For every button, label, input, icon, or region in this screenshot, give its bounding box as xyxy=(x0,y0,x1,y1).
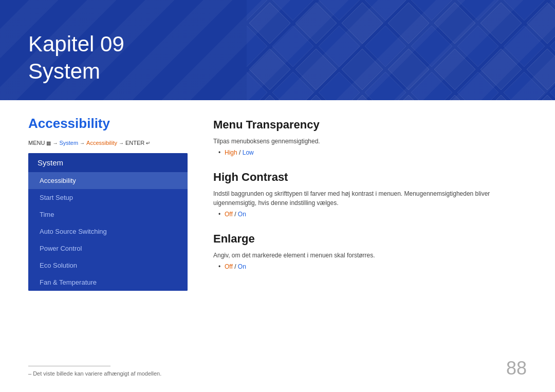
diamond-pattern xyxy=(247,0,555,100)
nav-item-accessibility[interactable]: Accessibility xyxy=(28,172,188,189)
off-option1: Off xyxy=(225,211,233,218)
menu-icon: ▦ xyxy=(46,140,51,146)
footer: – Det viste billede kan variere afhængig… xyxy=(28,366,527,377)
high-contrast-title: High Contrast xyxy=(213,171,527,184)
on-option1: On xyxy=(238,211,246,218)
nav-menu: System Accessibility Start Setup Time Au… xyxy=(28,153,188,291)
high-contrast-description: Indstil baggrunden og skrifttypen til fa… xyxy=(213,189,527,208)
menu-transparency-title: Menu Transparency xyxy=(213,118,527,132)
nav-item-power-control[interactable]: Power Control xyxy=(28,240,188,257)
breadcrumb-system: System xyxy=(59,140,78,146)
breadcrumb-arrow2: → xyxy=(80,140,85,146)
menu-transparency-option: High / Low xyxy=(225,149,254,156)
svg-rect-5 xyxy=(247,0,555,100)
high-option: High xyxy=(225,149,237,156)
high-contrast-option: Off / On xyxy=(225,211,246,218)
section-menu-transparency: Menu Transparency Tilpas menuboksens gen… xyxy=(213,118,527,156)
enter-icon: ↵ xyxy=(146,140,150,146)
slash3: / xyxy=(234,263,238,270)
header-title: Kapitel 09 System xyxy=(28,31,124,85)
on-option2: On xyxy=(238,263,246,270)
main-content: Accessibility MENU ▦ → System → Accessib… xyxy=(0,100,555,306)
breadcrumb: MENU ▦ → System → Accessibility → ENTER … xyxy=(28,140,188,146)
low-option: Low xyxy=(243,149,254,156)
section-title: Accessibility xyxy=(28,116,188,132)
breadcrumb-arrow3: → xyxy=(119,140,124,146)
nav-item-fan-temperature[interactable]: Fan & Temperature xyxy=(28,274,188,291)
off-option2: Off xyxy=(225,263,233,270)
section-high-contrast: High Contrast Indstil baggrunden og skri… xyxy=(213,171,527,218)
breadcrumb-arrow1: → xyxy=(52,140,58,146)
chapter-label: Kapitel 09 xyxy=(28,31,124,58)
title-label: System xyxy=(28,58,124,85)
breadcrumb-accessibility: Accessibility xyxy=(86,140,117,146)
slash2: / xyxy=(234,211,238,218)
menu-transparency-description: Tilpas menuboksens gennemsigtighed. xyxy=(213,137,527,146)
breadcrumb-menu: MENU xyxy=(28,140,45,146)
menu-transparency-options: High / Low xyxy=(213,149,527,156)
breadcrumb-enter: ENTER xyxy=(125,140,144,146)
page-number: 88 xyxy=(506,358,527,379)
right-column: Menu Transparency Tilpas menuboksens gen… xyxy=(213,116,527,291)
high-contrast-options: Off / On xyxy=(213,211,527,218)
enlarge-title: Enlarge xyxy=(213,232,527,246)
nav-item-eco-solution[interactable]: Eco Solution xyxy=(28,257,188,274)
nav-menu-header: System xyxy=(28,153,188,172)
section-enlarge: Enlarge Angiv, om det markerede element … xyxy=(213,232,527,270)
footer-divider xyxy=(28,366,110,366)
left-column: Accessibility MENU ▦ → System → Accessib… xyxy=(28,116,188,291)
enlarge-option: Off / On xyxy=(225,263,246,270)
header-banner: Kapitel 09 System xyxy=(0,0,555,100)
slash1: / xyxy=(239,149,243,156)
enlarge-description: Angiv, om det markerede element i menuen… xyxy=(213,251,527,260)
nav-item-start-setup[interactable]: Start Setup xyxy=(28,189,188,206)
nav-item-time[interactable]: Time xyxy=(28,206,188,223)
enlarge-options: Off / On xyxy=(213,263,527,270)
footer-note: – Det viste billede kan variere afhængig… xyxy=(28,370,527,377)
nav-item-auto-source-switching[interactable]: Auto Source Switching xyxy=(28,223,188,240)
